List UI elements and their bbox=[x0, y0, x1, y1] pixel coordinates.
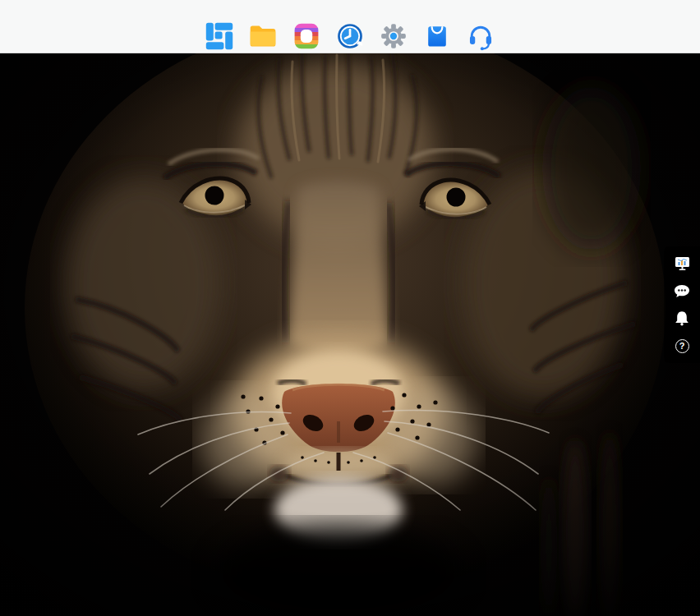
notifications-button[interactable] bbox=[673, 310, 691, 328]
support-button[interactable] bbox=[466, 21, 495, 51]
dock-row bbox=[0, 21, 700, 51]
gear-icon bbox=[379, 21, 408, 51]
bell-icon bbox=[675, 310, 689, 326]
desktop: ? bbox=[0, 0, 700, 616]
tiles-pinwheel-icon bbox=[205, 21, 234, 51]
file-manager-button[interactable] bbox=[248, 21, 278, 51]
side-toolbar: ? bbox=[664, 246, 700, 363]
monitor-button[interactable] bbox=[673, 255, 691, 273]
folder-icon bbox=[248, 21, 278, 51]
monitor-chart-icon bbox=[675, 256, 690, 271]
question-icon: ? bbox=[675, 339, 689, 353]
clock-icon bbox=[335, 21, 365, 51]
gallery-button[interactable] bbox=[292, 21, 321, 51]
shopping-bag-icon bbox=[422, 21, 452, 51]
taskbar bbox=[0, 0, 700, 53]
app-store-button[interactable] bbox=[422, 21, 452, 51]
help-button[interactable]: ? bbox=[673, 337, 691, 355]
chat-bubble-icon bbox=[674, 284, 690, 298]
settings-button[interactable] bbox=[379, 21, 408, 51]
question-glyph: ? bbox=[679, 342, 685, 351]
time-machine-button[interactable] bbox=[335, 21, 365, 51]
headset-icon bbox=[466, 21, 495, 51]
wallpaper-lynx-photo bbox=[0, 53, 700, 616]
rainbow-photos-icon bbox=[292, 21, 321, 51]
messages-button[interactable] bbox=[673, 282, 691, 300]
app-launcher-button[interactable] bbox=[205, 21, 234, 51]
